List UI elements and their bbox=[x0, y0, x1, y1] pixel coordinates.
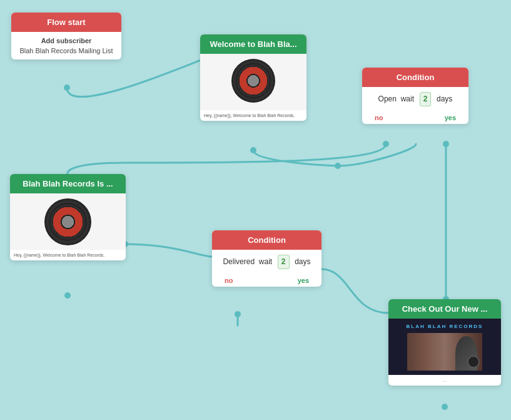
email2-preview: Hey, {{name}}, Welcome to Blah Blah Reco… bbox=[10, 250, 126, 260]
condition1-body: Open wait 2 days bbox=[362, 87, 468, 111]
email3-node[interactable]: Check Out Our New ... BLAH BLAH RECORDS … bbox=[388, 299, 501, 386]
svg-point-9 bbox=[235, 311, 241, 317]
condition2-header: Condition bbox=[212, 230, 321, 250]
svg-point-6 bbox=[64, 292, 71, 299]
email1-image bbox=[200, 54, 306, 110]
email3-preview: ... bbox=[388, 375, 501, 386]
condition1-header: Condition bbox=[362, 68, 468, 87]
svg-point-4 bbox=[443, 141, 449, 147]
condition1-footer: no yes bbox=[362, 111, 468, 124]
condition1-yes: yes bbox=[445, 114, 456, 121]
svg-point-2 bbox=[64, 85, 70, 91]
email1-preview: Hey, {{name}}, Welcome to Blah Blah Reco… bbox=[200, 110, 306, 121]
svg-point-3 bbox=[383, 141, 389, 147]
condition2-body: Delivered wait 2 days bbox=[212, 250, 321, 274]
email1-header: Welcome to Blah Bla... bbox=[200, 34, 306, 54]
flow-start-node[interactable]: Flow start Add subscriber Blah Blah Reco… bbox=[11, 13, 121, 59]
condition2-footer: no yes bbox=[212, 274, 321, 287]
email1-node[interactable]: Welcome to Blah Bla... Hey, {{name}}, We… bbox=[200, 34, 306, 121]
condition1-no: no bbox=[375, 114, 383, 121]
email2-header: Blah Blah Records Is ... bbox=[10, 174, 126, 193]
svg-point-1 bbox=[250, 147, 256, 153]
svg-point-10 bbox=[442, 404, 448, 410]
condition2-yes: yes bbox=[298, 277, 309, 284]
mailing-list-label: Blah Blah Records Mailing List bbox=[18, 47, 115, 54]
condition1-node[interactable]: Condition Open wait 2 days no yes bbox=[362, 68, 468, 124]
email2-node[interactable]: Blah Blah Records Is ... Hey, {{name}}, … bbox=[10, 174, 126, 260]
condition2-node[interactable]: Condition Delivered wait 2 days no yes bbox=[212, 230, 321, 287]
svg-point-7 bbox=[335, 163, 341, 169]
flow-start-header: Flow start bbox=[11, 13, 121, 32]
email3-image: BLAH BLAH RECORDS bbox=[388, 319, 501, 375]
condition2-no: no bbox=[225, 277, 233, 284]
add-subscriber-label: Add subscriber bbox=[18, 37, 115, 44]
email3-header: Check Out Our New ... bbox=[388, 299, 501, 319]
email2-image bbox=[10, 193, 126, 250]
flow-start-body: Add subscriber Blah Blah Records Mailing… bbox=[11, 32, 121, 59]
